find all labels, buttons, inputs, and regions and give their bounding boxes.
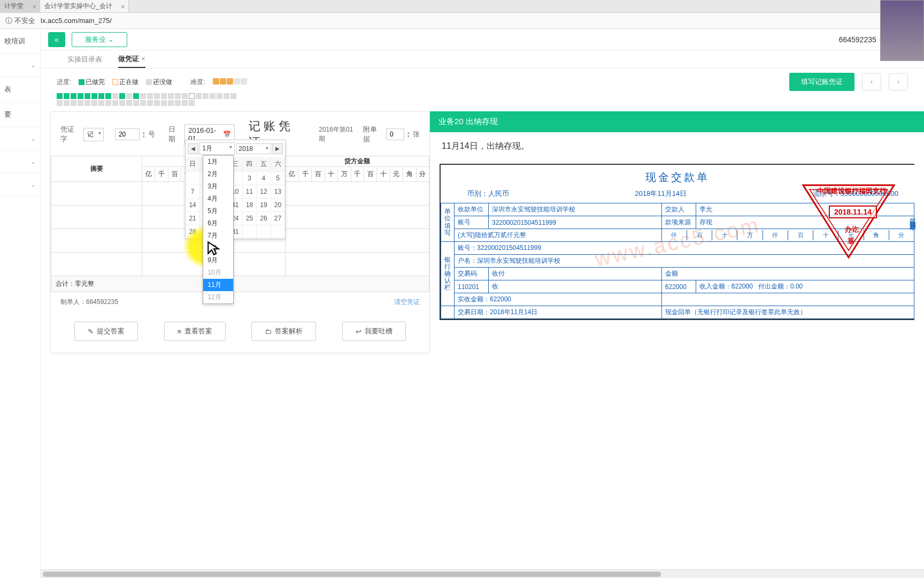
progress-square[interactable] [57, 93, 63, 99]
progress-square[interactable] [119, 100, 125, 106]
feedback-button[interactable]: ↩我要吐槽 [342, 322, 406, 341]
day-cell[interactable]: 18 [243, 199, 257, 212]
day-cell[interactable] [257, 225, 271, 239]
progress-square[interactable] [168, 100, 174, 106]
sidebar-item[interactable]: ⌄ [0, 150, 40, 173]
progress-square[interactable] [71, 100, 76, 106]
date-input[interactable]: 2016-01-01 📅 ◀ 1月 2018 ▶ 日 三四五六 3457 101… [184, 124, 235, 144]
day-cell[interactable]: 20 [271, 199, 286, 212]
progress-square[interactable] [126, 93, 132, 99]
progress-square[interactable] [147, 93, 153, 99]
progress-square[interactable] [64, 100, 70, 106]
progress-square[interactable] [154, 93, 160, 99]
datepicker-next[interactable]: ▶ [272, 143, 283, 154]
submit-answer-button[interactable]: ✎提交答案 [74, 322, 138, 341]
progress-square[interactable] [140, 100, 146, 106]
clear-voucher-link[interactable]: 清空凭证 [394, 298, 420, 307]
day-cell[interactable]: 14 [186, 199, 200, 212]
progress-square[interactable] [140, 93, 146, 99]
credit-cell[interactable] [286, 253, 429, 276]
service-dropdown[interactable]: 服务业 ⌄ [72, 32, 127, 47]
progress-square[interactable] [78, 93, 83, 99]
progress-square[interactable] [189, 93, 195, 99]
progress-square[interactable] [112, 100, 118, 106]
day-cell[interactable]: 19 [257, 199, 271, 212]
day-cell[interactable]: 4 [257, 172, 271, 185]
progress-square[interactable] [210, 93, 215, 99]
progress-square[interactable] [168, 93, 174, 99]
tab-catalog[interactable]: 实操目录表 [67, 51, 102, 67]
sidebar-item[interactable]: ⌄ [0, 127, 40, 150]
close-icon[interactable]: × [32, 3, 36, 11]
month-option[interactable]: 8月 [203, 242, 233, 254]
progress-square[interactable] [105, 100, 111, 106]
sidebar-item[interactable]: ⌄ [0, 173, 40, 196]
summary-cell[interactable] [51, 206, 142, 229]
month-option[interactable]: 1月 [203, 156, 233, 168]
month-option[interactable]: 11月 [203, 279, 233, 291]
progress-square[interactable] [78, 100, 83, 106]
progress-square[interactable] [196, 93, 202, 99]
progress-square[interactable] [64, 93, 70, 99]
month-option[interactable]: 12月 [203, 291, 233, 303]
prev-button[interactable]: ‹ [862, 73, 881, 90]
progress-square[interactable] [133, 100, 139, 106]
voucher-number-input[interactable] [115, 128, 140, 140]
sidebar-item[interactable]: 要 [0, 102, 40, 127]
month-option[interactable]: 4月 [203, 193, 233, 205]
progress-square[interactable] [182, 93, 188, 99]
progress-square[interactable] [230, 93, 236, 99]
progress-square[interactable] [98, 100, 104, 106]
tab-voucher[interactable]: 做凭证 × [118, 51, 145, 68]
sidebar-item[interactable]: ⌄ [0, 54, 40, 77]
day-cell[interactable]: 26 [257, 212, 271, 225]
sidebar-item[interactable]: 表 [0, 77, 40, 102]
progress-square[interactable] [84, 93, 90, 99]
day-cell[interactable]: 27 [271, 212, 286, 225]
progress-square[interactable] [84, 100, 90, 106]
answer-analysis-button[interactable]: 🗀答案解析 [251, 322, 316, 341]
attach-input[interactable] [386, 128, 404, 140]
month-option[interactable]: 5月 [203, 205, 233, 217]
progress-square[interactable] [175, 93, 181, 99]
datepicker-prev[interactable]: ◀ [188, 143, 198, 154]
month-option[interactable]: 3月 [203, 180, 233, 193]
browser-tab[interactable]: 计学堂 × [0, 0, 40, 12]
fill-voucher-button[interactable]: 填写记账凭证 [789, 73, 854, 91]
progress-square[interactable] [147, 100, 153, 106]
progress-square[interactable] [154, 100, 160, 106]
credit-cell[interactable] [286, 182, 429, 206]
credit-cell[interactable] [286, 206, 429, 229]
progress-square[interactable] [133, 93, 139, 99]
voucher-word-select[interactable]: 记 [83, 128, 104, 141]
close-icon[interactable]: × [121, 3, 125, 11]
progress-square[interactable] [98, 93, 104, 99]
attach-spinner[interactable]: ▴▾ [407, 131, 410, 138]
summary-cell[interactable] [51, 182, 142, 206]
progress-square[interactable] [175, 100, 181, 106]
month-option[interactable]: 6月 [203, 217, 233, 230]
progress-square[interactable] [91, 100, 97, 106]
progress-square[interactable] [189, 100, 195, 106]
credit-cell[interactable] [286, 229, 429, 253]
day-cell[interactable]: 11 [243, 185, 257, 199]
datepicker-year-select[interactable]: 2018 [236, 143, 271, 154]
day-cell[interactable]: 13 [271, 185, 286, 199]
progress-square[interactable] [161, 100, 167, 106]
day-cell[interactable]: 28 [186, 225, 200, 239]
progress-square[interactable] [203, 93, 209, 99]
progress-square[interactable] [71, 93, 76, 99]
day-cell[interactable]: 21 [186, 212, 200, 225]
browser-tab[interactable]: 会计学堂实操中心_会计 × [40, 0, 129, 12]
progress-square[interactable] [119, 93, 125, 99]
progress-square[interactable] [105, 93, 111, 99]
month-option[interactable]: 2月 [203, 168, 233, 180]
close-icon[interactable]: × [141, 55, 145, 63]
view-answer-button[interactable]: ≡查看答案 [164, 322, 226, 341]
progress-square[interactable] [112, 93, 118, 99]
day-cell[interactable] [243, 225, 257, 239]
next-button[interactable]: › [889, 73, 908, 90]
day-cell[interactable]: 3 [243, 172, 257, 185]
day-cell[interactable] [186, 172, 200, 185]
progress-square[interactable] [161, 93, 167, 99]
